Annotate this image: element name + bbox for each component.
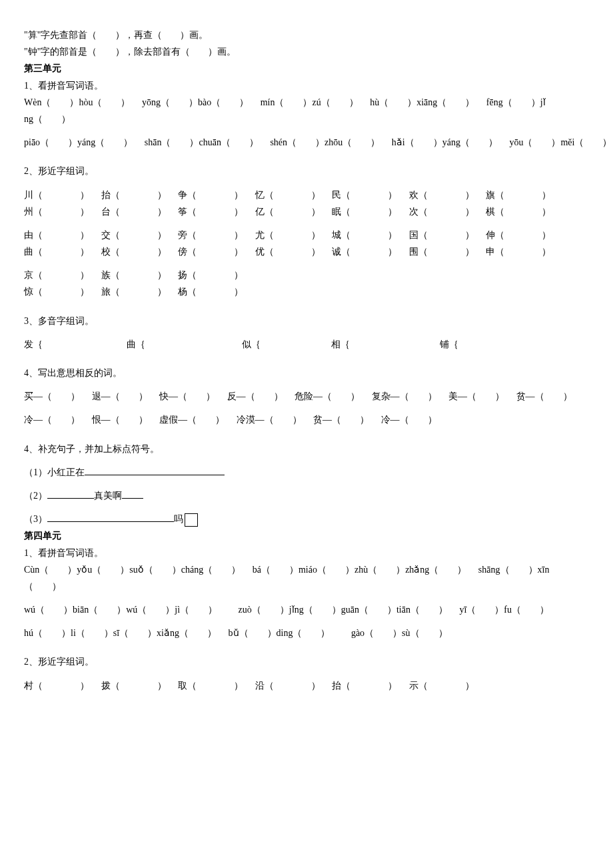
unit3-q1: 1、看拼音写词语。 — [24, 77, 589, 94]
unit4-pinyin-row2: wú（ ）biān（ ）wú（ ）jì（ ） zuò（ ）jǐng（ ）guān… — [24, 601, 589, 618]
pair-item: 惊（ ） — [24, 287, 89, 297]
poly-item: 曲｛ — [127, 336, 240, 353]
poly-row: 发｛ 曲｛ 似｛ 相｛ 铺｛ — [24, 336, 589, 353]
unit4-pinyin-row3: hú（ ）li（ ）sī（ ）xiǎng（ ） bǔ（ ）ding（ ） gào… — [24, 625, 589, 641]
unit4-pinyin-row1: Cùn（ ）yǒu（ ）suǒ（ ）cháng（ ） bá（ ）miáo（ ）z… — [24, 561, 589, 578]
unit3-pinyin-row1: Wèn（ ）hòu（ ） yōng（ ）bào（ ） mín（ ）zú（ ） h… — [24, 94, 589, 111]
pair-item: 争（ ） — [178, 190, 243, 200]
text: 吗 — [174, 514, 183, 524]
poly-item: 铺｛ — [440, 336, 458, 353]
ant-item: 虚假—（ ） — [159, 415, 225, 425]
unit3-q5: 4、补充句子，并加上标点符号。 — [24, 441, 589, 457]
pair-item: 台（ ） — [101, 207, 167, 217]
ant-item: 复杂—（ ） — [372, 391, 437, 401]
pair-row: 惊（ ） 旅（ ） 杨（ ） — [24, 283, 589, 300]
poly-item: 似｛ — [242, 336, 328, 353]
poly-item: 相｛ — [331, 336, 438, 353]
pinyin-item: hù（ ）xiāng（ ） — [370, 97, 474, 107]
pinyin-item: bǔ（ ）ding（ ） — [229, 628, 330, 638]
pair-item: 亿（ ） — [255, 207, 320, 217]
fill-blank[interactable] — [47, 512, 174, 522]
pinyin-item: hǎi（ ）yáng（ ） — [392, 137, 498, 147]
pair-item: 忆（ ） — [255, 190, 320, 200]
pair-item: 伸（ ） — [486, 230, 551, 240]
ant-item: 退—（ ） — [92, 391, 148, 401]
unit4-q2: 2、形近字组词。 — [24, 653, 589, 670]
unit3-title: 第三单元 — [24, 60, 589, 77]
intro-line-2: "钟"字的部首是（ ），除去部首有（ ）画。 — [24, 43, 589, 60]
pair-item: 棋（ ） — [486, 207, 551, 217]
poly-item: 发｛ — [24, 336, 124, 353]
pair-item: 族（ ） — [101, 270, 167, 280]
text: ）画。 — [180, 30, 208, 40]
pinyin-item: Cùn（ ）yǒu（ ）suǒ（ ）cháng（ ） — [24, 565, 241, 575]
text: "钟"字的部首是（ — [24, 47, 97, 57]
pair-item: 沿（ ） — [255, 681, 320, 691]
ant-item: 贫—（ ） — [516, 391, 572, 401]
pair-item: 旁（ ） — [178, 230, 243, 240]
pair-item: 校（ ） — [101, 247, 167, 257]
fill-blank[interactable] — [85, 465, 225, 475]
pinyin-item: shān（ ）chuān（ ） — [145, 137, 259, 147]
pinyin-item: piāo（ ）yáng（ ） — [24, 137, 133, 147]
ant-item: 快—（ ） — [159, 391, 215, 401]
text: （2） — [24, 491, 47, 501]
ant-item: 恨—（ ） — [92, 415, 148, 425]
unit3-q2: 2、形近字组词。 — [24, 163, 589, 179]
sentence-1: （1）小红正在 — [24, 464, 589, 481]
unit3-q3: 3、多音字组词。 — [24, 313, 589, 329]
pinyin-item: shén（ ）zhōu（ ） — [270, 137, 380, 147]
pair-item: 诚（ ） — [332, 247, 397, 257]
text: （1）小红正在 — [24, 467, 85, 477]
unit3-pinyin-row1b: ng（ ） — [24, 111, 589, 127]
pair-item: 杨（ ） — [178, 287, 243, 297]
unit4-pinyin-row1b: （ ） — [24, 578, 589, 595]
pair-item: 筝（ ） — [178, 207, 243, 217]
pair-item: 国（ ） — [409, 230, 474, 240]
pair-item: 抬（ ） — [332, 681, 397, 691]
ant-item: 美—（ ） — [448, 391, 504, 401]
unit3-q4: 4、写出意思相反的词。 — [24, 365, 589, 381]
ant-item: 冷—（ ） — [381, 415, 437, 425]
fill-blank[interactable] — [47, 489, 94, 499]
pair-item: 城（ ） — [332, 230, 397, 240]
pair-row: 曲（ ） 校（ ） 傍（ ） 优（ ） 诚（ ） 围（ ） 申（ ） — [24, 243, 589, 260]
fill-blank[interactable] — [122, 489, 143, 499]
intro-line-1: "算"字先查部首（ ），再查（ ）画。 — [24, 27, 589, 43]
text: ），再查（ — [115, 30, 162, 40]
pair-row: 川（ ） 抬（ ） 争（ ） 忆（ ） 民（ ） 欢（ ） 旗（ ） — [24, 187, 589, 203]
unit4-title: 第四单元 — [24, 527, 589, 544]
pair-item: 围（ ） — [409, 247, 474, 257]
pinyin-item: zuò（ ）jǐng（ ）guān（ ）tiān（ ） — [239, 605, 448, 615]
text: （3） — [24, 514, 47, 524]
pair-item: 取（ ） — [178, 681, 243, 691]
pinyin-item: Wèn（ ）hòu（ ） — [24, 97, 130, 107]
pair-item: 由（ ） — [24, 230, 89, 240]
text: ）画。 — [208, 47, 236, 57]
ant-item: 冷—（ ） — [24, 415, 80, 425]
ant-item: 危险—（ ） — [295, 391, 360, 401]
pair-item: 川（ ） — [24, 190, 89, 200]
pair-row: 京（ ） 族（ ） 扬（ ） — [24, 267, 589, 283]
pair-item: 民（ ） — [332, 190, 397, 200]
pair-item: 京（ ） — [24, 270, 89, 280]
pair-item: 旗（ ） — [486, 190, 551, 200]
sentence-2: （2）真美啊 — [24, 487, 589, 504]
unit3-pinyin-row2: piāo（ ）yáng（ ） shān（ ）chuān（ ） shén（ ）zh… — [24, 134, 589, 151]
antonym-row: 买—（ ） 退—（ ） 快—（ ） 反—（ ） 危险—（ ） 复杂—（ ） 美—… — [24, 388, 589, 405]
pinyin-item: wú（ ）biān（ ）wú（ ）jì（ ） — [24, 605, 217, 615]
pair-item: 优（ ） — [255, 247, 320, 257]
answer-box[interactable] — [185, 513, 198, 527]
pinyin-item: yī（ ）fu（ ） — [459, 605, 549, 615]
unit4-q1: 1、看拼音写词语。 — [24, 545, 589, 561]
pinyin-item: shāng（ ）xīn — [478, 565, 550, 575]
text: 真美啊 — [94, 491, 122, 501]
pinyin-item: hú（ ）li（ ）sī（ ）xiǎng（ ） — [24, 628, 217, 638]
pair-item: 尤（ ） — [255, 230, 320, 240]
ant-item: 反—（ ） — [227, 391, 283, 401]
pair-item: 眠（ ） — [332, 207, 397, 217]
pair-item: 旅（ ） — [101, 287, 167, 297]
pair-row: 由（ ） 交（ ） 旁（ ） 尤（ ） 城（ ） 国（ ） 伸（ ） — [24, 227, 589, 243]
pair-item: 示（ ） — [409, 681, 474, 691]
pair-item: 申（ ） — [486, 247, 551, 257]
